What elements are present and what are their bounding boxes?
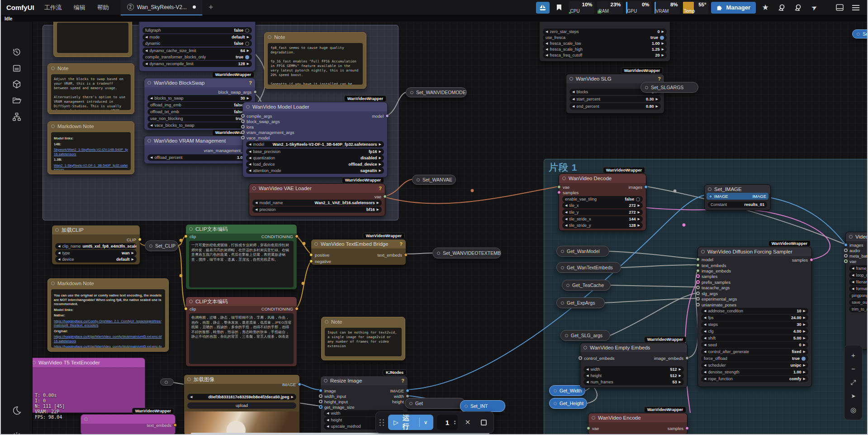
markdown-note-text-encoders-collapse-icon[interactable]	[51, 282, 55, 285]
decrement-arrow-icon[interactable]: ◀	[586, 380, 588, 384]
increment-arrow-icon[interactable]: ▶	[803, 350, 806, 354]
load-image[interactable]: 加载图像IMAGE◀d0ef3b8331617e83259eb8e4f2deca…	[184, 374, 300, 434]
wanvideo-diffusion-forcing-sampler-header[interactable]: WanVideo Diffusion Forcing Sampler	[698, 247, 811, 256]
set-in-cropped-collapse-icon[interactable]	[857, 33, 860, 36]
get-slg-args-collapse-icon[interactable]	[565, 334, 568, 337]
experimental-args-zero_star_steps[interactable]: ◀zero_star_steps0▶	[543, 29, 667, 35]
wanvideo-diffusion-forcing-sampler-rope_function[interactable]: ◀rope_functioncomfy▶	[701, 376, 808, 382]
increment-arrow-icon[interactable]: ▶	[379, 150, 381, 153]
increment-arrow-icon[interactable]: ▶	[247, 35, 249, 39]
decrement-arrow-icon[interactable]: ◀	[327, 418, 329, 422]
stop-button[interactable]	[478, 416, 490, 429]
toggle-icon[interactable]	[636, 197, 640, 201]
experimental-args-fresca_scale_low[interactable]: ◀fresca_scale_low1.00▶	[543, 40, 667, 47]
wanvideo-decode-vae-input-port[interactable]: vae	[557, 185, 569, 189]
note-fp8-header[interactable]: Note	[265, 33, 366, 42]
decrement-arrow-icon[interactable]: ◀	[704, 323, 706, 326]
wanvideo-diffusion-forcing-sampler-slg_args-input-port[interactable]: slg_args	[696, 291, 718, 296]
get-wanmodel-collapse-icon[interactable]	[561, 250, 564, 253]
wanvideo-t5-textencoder-old-collapse-icon[interactable]	[32, 361, 36, 364]
wanvideo-empty-embeds-height[interactable]: ◀height512▶	[583, 373, 684, 379]
get-int[interactable]: Get	[405, 398, 465, 409]
clip-text-encode-positive-header[interactable]: CLIP文本编码	[186, 225, 297, 234]
load-clip-CLIP-output-port[interactable]: CLIP	[127, 237, 142, 242]
wanvideo-diffusion-forcing-sampler-addnoise_condition[interactable]: ◀addnoise_condition10▶	[701, 308, 808, 314]
wanvideo-textencoder-2[interactable]: WanVideoWrappertext_embeds	[81, 414, 175, 434]
run-options-chevron-icon[interactable]: ∨	[424, 419, 428, 425]
decrement-arrow-icon[interactable]: ◀	[704, 370, 706, 374]
load-clip-device[interactable]: ◀devicedefault▶	[55, 256, 137, 263]
wanvideo-decode-samples-input-port[interactable]: samples	[557, 190, 579, 195]
load-clip[interactable]: 加载CLIPCLIP◀clip_nameumt5_xxl_fp8_e4m3fn_…	[52, 225, 140, 265]
markdown-note-model-links[interactable]: Markdown NoteModel links:14B:Skywork/Wan…	[47, 121, 134, 174]
torch-compile-settings-dynamic[interactable]: dynamicfalse	[142, 40, 252, 47]
wanvideo-encode-header[interactable]: WanVideo Encode	[588, 413, 687, 422]
video-combine-pingpong[interactable]: pingpong	[849, 292, 867, 299]
wanvideo-model-loader[interactable]: WanVideoWrapperWanVideo Model Loadercomp…	[242, 102, 388, 177]
torch-compile-settings-dynamo_recompile_limit[interactable]: ◀dynamo_recompile_limit128▶	[142, 61, 252, 67]
decrement-arrow-icon[interactable]: ◀	[150, 96, 152, 100]
decrement-arrow-icon[interactable]: ◀	[572, 90, 574, 94]
history-icon[interactable]	[12, 47, 22, 57]
load-clip-header[interactable]: 加载CLIP	[52, 225, 140, 234]
torch-compile-settings-mode[interactable]: ◀modedefault▶	[142, 34, 252, 40]
decrement-arrow-icon[interactable]: ◀	[565, 210, 567, 214]
select-tool-button[interactable]: ➤	[848, 391, 859, 402]
decrement-arrow-icon[interactable]: ◀	[852, 280, 854, 284]
wanvideo-model-loader-lora-input-port[interactable]: lora	[241, 124, 254, 129]
wanvideo-vae-loader[interactable]: WanVideoWrapperWanVideo VAE Loader?vae◀m…	[249, 183, 385, 216]
node-graph-canvas[interactable]: 片段 1fullgraphfalse◀modedefault▶dynamicfa…	[1, 0, 867, 434]
video-combine-header[interactable]: Video Combine	[846, 232, 867, 241]
wanvideo-model-loader-collapse-icon[interactable]	[246, 105, 250, 109]
set-in-cropped[interactable]: Set_IN	[852, 29, 867, 38]
clip-text-encode-positive-prompt-textarea[interactable]: 一只可爱的橙色虎斑猫，打扮成专业厨师，穿着白色双排扣厨师外套，戴着高高的厨师帽，…	[189, 241, 294, 287]
wanvideo-diffusion-forcing-sampler-cfg[interactable]: ◀cfg4.00▶	[701, 328, 808, 335]
decrement-arrow-icon[interactable]: ◀	[565, 224, 567, 227]
bookmark-icon[interactable]	[552, 2, 566, 14]
wanvideo-encode-collapse-icon[interactable]	[592, 416, 595, 420]
wanvideo-empty-embeds-num_frames[interactable]: ◀num_frames53▶	[583, 379, 684, 385]
manager-button[interactable]: Manager	[711, 2, 756, 14]
wanvideo-blockswap-help-icon[interactable]: ?	[249, 80, 252, 86]
note-input-frames[interactable]: NoteInput can be nothing for text2vid, a…	[321, 317, 405, 360]
menu-workflow[interactable]: 工作流	[44, 4, 62, 12]
wanvideo-empty-embeds-image_embeds-output-port[interactable]: image_embeds	[654, 356, 689, 360]
torch-compile-settings-fullgraph[interactable]: fullgraphfalse	[142, 27, 252, 33]
wanvideo-diffusion-forcing-sampler-prefix_samples-input-port[interactable]: prefix_samples	[696, 280, 730, 284]
wanvideo-vae-loader-model_name[interactable]: ◀model_nameWan2_1_VAE_bf16.safetensors▶	[252, 200, 382, 206]
decrement-arrow-icon[interactable]: ◀	[572, 97, 574, 101]
wanvideo-encode[interactable]: WanVideoWrapperWanVideo Encodevaesamples	[588, 413, 688, 434]
wanvideo-textembed-bridge-text_embeds-output-port[interactable]: text_embeds	[378, 253, 408, 257]
increment-arrow-icon[interactable]: ▶	[662, 42, 664, 45]
video-combine-vae-input-port[interactable]: vae	[844, 259, 856, 263]
get-width-collapse-icon[interactable]	[554, 389, 557, 392]
increment-arrow-icon[interactable]: ▶	[803, 363, 806, 367]
decrement-arrow-icon[interactable]: ◀	[190, 395, 192, 399]
set-image-collapse-icon[interactable]	[708, 187, 711, 191]
video-combine-collapse-icon[interactable]	[849, 235, 853, 239]
decrement-arrow-icon[interactable]: ◀	[545, 48, 548, 51]
increment-arrow-icon[interactable]: ▶	[638, 224, 640, 227]
increment-arrow-icon[interactable]: ▶	[247, 62, 249, 66]
increment-arrow-icon[interactable]: ▶	[803, 377, 806, 381]
set-wanvae-collapse-icon[interactable]	[417, 178, 420, 182]
resize-image-IMAGE-output-port[interactable]: IMAGE	[390, 388, 409, 393]
wanvideo-vae-loader-help-icon[interactable]: ?	[379, 186, 382, 191]
set-slgargs-collapse-icon[interactable]	[645, 86, 648, 89]
wanvideo-vae-loader-precision[interactable]: ◀precisionbf16▶	[252, 206, 382, 213]
increment-arrow-icon[interactable]: ▶	[656, 97, 658, 101]
decrement-arrow-icon[interactable]: ◀	[150, 124, 152, 127]
get-teacache[interactable]: Get_TeaCache	[562, 280, 611, 291]
clip-text-encode-positive-clip-input-port[interactable]: clip	[184, 234, 196, 239]
markdown-note-model-links-collapse-icon[interactable]	[51, 124, 55, 128]
wanvideo-model-loader-attention_mode[interactable]: ◀attention_modesageattn▶	[246, 167, 384, 174]
increment-arrow-icon[interactable]: ▶	[291, 395, 294, 399]
decrement-arrow-icon[interactable]: ◀	[704, 336, 706, 340]
set-image[interactable]: Set_IMAGEIMAGEIMAGEConstantresults_01	[704, 184, 771, 210]
increment-arrow-icon[interactable]: ▶	[638, 217, 640, 221]
wanvideo-decode-images-output-port[interactable]: images	[628, 185, 648, 189]
wanvideo-diffusion-forcing-sampler-model-input-port[interactable]: model	[696, 257, 713, 262]
decrement-arrow-icon[interactable]: ◀	[852, 267, 854, 270]
wanvideo-decode-collapse-icon[interactable]	[562, 177, 566, 180]
decrement-arrow-icon[interactable]: ◀	[586, 368, 588, 371]
